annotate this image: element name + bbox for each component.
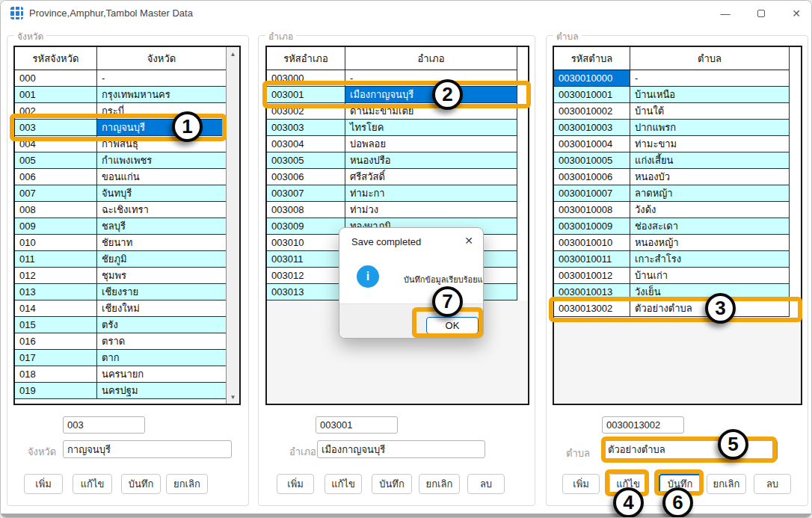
code-cell: 0030010011 xyxy=(554,251,630,267)
table-row[interactable]: 015ตรัง xyxy=(15,317,226,333)
dialog-close-icon[interactable]: ✕ xyxy=(464,235,473,247)
amphur-code-input[interactable] xyxy=(316,416,398,434)
code-cell: 016 xyxy=(15,333,97,349)
tambol-code-input[interactable] xyxy=(602,416,684,434)
annotation-circle-6: 6 xyxy=(662,487,693,518)
annotation-circle-2: 2 xyxy=(432,79,463,110)
code-cell: 003003 xyxy=(267,120,345,135)
table-row[interactable]: 019นครปฐม xyxy=(15,383,226,399)
table-row[interactable]: 007จันทบุรี xyxy=(15,185,226,202)
table-row[interactable]: 013เชียงราย xyxy=(15,284,226,300)
table-row[interactable]: 003008ท่าม่วง xyxy=(267,202,517,218)
name-cell: ท่ามะกา xyxy=(345,185,517,201)
code-cell: 019 xyxy=(15,383,97,398)
table-row[interactable]: 0030010005แก่งเสี้ยน xyxy=(554,152,789,169)
table-row[interactable]: 0030010010หนองหญ้า xyxy=(554,235,789,251)
name-cell: จันทบุรี xyxy=(97,185,226,201)
name-cell: ชัยนาท xyxy=(97,235,226,250)
table-row[interactable]: 003007ท่ามะกา xyxy=(267,185,517,202)
table-row[interactable]: 016ตราด xyxy=(15,333,226,350)
amphur-name-input[interactable] xyxy=(317,440,485,458)
table-row[interactable]: 012ชุมพร xyxy=(15,268,226,284)
edit-button[interactable]: แก้ไข xyxy=(325,474,362,494)
edit-button[interactable]: แก้ไข xyxy=(73,474,112,494)
table-row[interactable]: 006ขอนแก่น xyxy=(15,169,226,185)
name-cell: แก่งเสี้ยน xyxy=(630,152,789,168)
add-button[interactable]: เพิ่ม xyxy=(24,474,63,494)
amphur-code-column-header: รหัสอำเภอ xyxy=(267,47,345,70)
code-cell: 0030010005 xyxy=(554,152,630,168)
scroll-down-icon[interactable]: ▼ xyxy=(227,391,239,403)
minimize-button[interactable]: — xyxy=(708,1,742,26)
code-cell: 000 xyxy=(15,70,97,86)
delete-button[interactable]: ลบ xyxy=(467,474,505,494)
table-row[interactable]: 0030010001บ้านเหนือ xyxy=(554,87,789,103)
code-cell: 0030010008 xyxy=(554,202,630,218)
save-button[interactable]: บันทึก xyxy=(121,474,161,494)
code-cell: 0030010001 xyxy=(554,87,630,102)
table-row[interactable]: 003004บ่อพลอย xyxy=(267,136,517,152)
save-button[interactable]: บันทึก xyxy=(372,474,412,494)
highlight-box-3 xyxy=(549,297,802,322)
table-row[interactable]: 0030010004ท่ามะขาม xyxy=(554,136,789,152)
name-cell: บ่อพลอย xyxy=(345,136,517,152)
table-row[interactable]: 0030010002บ้านใต้ xyxy=(554,103,789,120)
table-row[interactable]: 0030010007ลาดหญ้า xyxy=(554,185,789,202)
code-cell: 011 xyxy=(15,251,97,267)
name-cell: ช่องสะเดา xyxy=(630,218,789,234)
table-row[interactable]: 0030010008วังด้ง xyxy=(554,202,789,218)
table-row[interactable]: 010ชัยนาท xyxy=(15,235,226,251)
name-cell: ชลบุรี xyxy=(97,218,226,234)
table-row[interactable]: 018นครนายก xyxy=(15,366,226,383)
code-cell: 0030010003 xyxy=(554,120,630,135)
code-cell: 003007 xyxy=(267,185,345,201)
maximize-button[interactable] xyxy=(744,1,778,26)
add-button[interactable]: เพิ่ม xyxy=(277,474,314,494)
table-row[interactable]: 0030010006หนองบัว xyxy=(554,169,789,185)
table-row[interactable]: 001กรุงเทพมหานคร xyxy=(15,87,226,103)
amphur-table-header: รหัสอำเภอ อำเภอ xyxy=(267,47,517,70)
code-cell: 018 xyxy=(15,366,97,382)
close-button[interactable]: ✕ xyxy=(779,1,812,26)
code-cell: 017 xyxy=(15,350,97,366)
tambol-table: รหัสตำบล ตำบล 0030010000-0030010001บ้านเ… xyxy=(553,46,802,405)
cancel-button[interactable]: ยกเลิก xyxy=(166,474,208,494)
tambol-scrollbar[interactable] xyxy=(789,47,801,317)
code-cell: 003005 xyxy=(267,152,345,168)
table-row[interactable]: 0030010012บ้านเก่า xyxy=(554,268,789,284)
table-row[interactable]: 014เชียงใหม่ xyxy=(15,300,226,317)
name-cell: หนองปรือ xyxy=(345,152,517,168)
scroll-up-icon[interactable]: ▲ xyxy=(227,48,239,60)
table-row[interactable]: 0030010000- xyxy=(554,70,789,87)
name-cell: ชัยภูมิ xyxy=(97,251,226,267)
province-scrollbar[interactable]: ▲ ▼ xyxy=(226,47,239,404)
code-cell: 009 xyxy=(15,218,97,234)
table-row[interactable]: 003006ศรีสวัสดิ์ xyxy=(267,169,517,185)
province-code-input[interactable] xyxy=(63,416,145,434)
add-button[interactable]: เพิ่ม xyxy=(562,474,600,494)
table-row[interactable]: 009ชลบุรี xyxy=(15,218,226,235)
cancel-button[interactable]: ยกเลิก xyxy=(707,474,746,494)
cancel-button[interactable]: ยกเลิก xyxy=(419,474,460,494)
app-window: Province,Amphur,Tambol Master Data — ✕ จ… xyxy=(0,0,812,518)
table-row[interactable]: 008ฉะเชิงเทรา xyxy=(15,202,226,218)
table-row[interactable]: 003005หนองปรือ xyxy=(267,152,517,169)
table-row[interactable]: 003003ไทรโยค xyxy=(267,120,517,136)
delete-button[interactable]: ลบ xyxy=(754,474,791,494)
name-cell: บ้านเหนือ xyxy=(630,87,789,102)
table-row[interactable]: 005กำแพงเพชร xyxy=(15,152,226,169)
province-name-input[interactable] xyxy=(63,440,232,458)
code-cell: 0030010000 xyxy=(554,70,630,86)
table-row[interactable]: 0030010009ช่องสะเดา xyxy=(554,218,789,235)
table-row[interactable]: 011ชัยภูมิ xyxy=(15,251,226,268)
name-cell: ตาก xyxy=(97,350,226,366)
annotation-circle-5: 5 xyxy=(718,429,748,460)
table-row[interactable]: 017ตาก xyxy=(15,350,226,366)
name-cell: เชียงราย xyxy=(97,284,226,300)
name-cell: - xyxy=(97,70,226,86)
table-row[interactable]: 0030010011เกาะสำโรง xyxy=(554,251,789,268)
table-row[interactable]: 0030010003ปากแพรก xyxy=(554,120,789,136)
tambol-table-rows: 0030010000-0030010001บ้านเหนือ0030010002… xyxy=(554,70,789,317)
table-row[interactable]: 000- xyxy=(15,70,226,87)
code-cell: 003010 xyxy=(267,235,345,250)
